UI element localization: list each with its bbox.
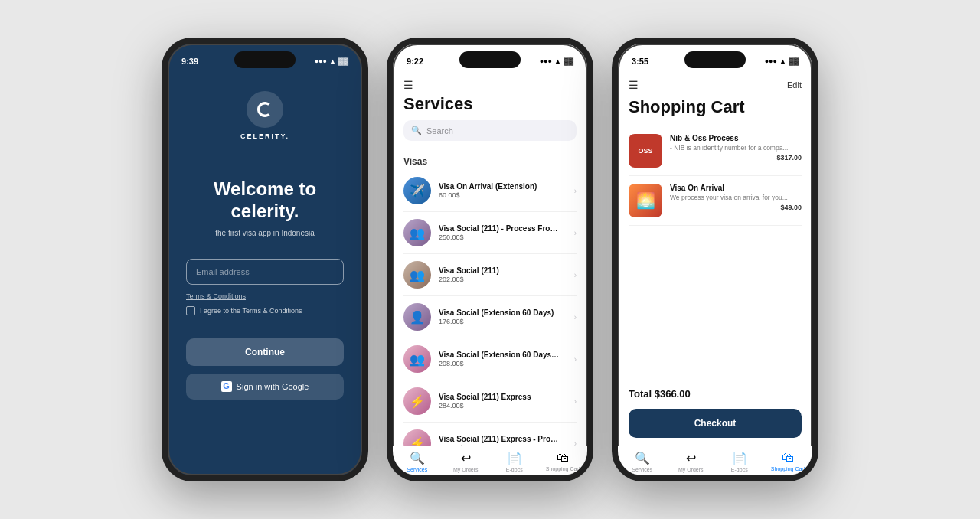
tab-services-3[interactable]: 🔍 Services	[618, 451, 667, 472]
tab-cart-3[interactable]: 🛍 Shopping Cart	[764, 451, 813, 472]
dynamic-island-3	[684, 51, 746, 68]
terms-checkbox[interactable]	[186, 306, 195, 315]
service-thumb-3: 👤	[403, 303, 431, 331]
cart-item-info-0: Nib & Oss Process - NIB is an identity n…	[670, 134, 802, 162]
cart-item-nib[interactable]: OSS Nib & Oss Process - NIB is an identi…	[629, 126, 802, 176]
chevron-right-icon: ›	[574, 397, 577, 406]
service-info-6: Visa Social (211) Express - Process ... …	[439, 435, 574, 446]
signal-icon-2: ●●●	[540, 57, 552, 65]
signal-icon-3: ●●●	[765, 57, 777, 65]
wifi-icon-2: ▲	[554, 57, 561, 65]
service-name-2: Visa Social (211)	[439, 266, 561, 275]
list-item[interactable]: 👥 Visa Social (211) - Process From Ab...…	[403, 212, 577, 254]
services-tab-icon: 🔍	[410, 451, 425, 465]
list-item[interactable]: ⚡ Visa Social (211) Express 284.00$ ›	[403, 380, 577, 423]
tab-cart[interactable]: 🛍 Shopping Cart	[539, 451, 588, 472]
service-info-5: Visa Social (211) Express 284.00$	[439, 393, 574, 410]
tab-services[interactable]: 🔍 Services	[393, 451, 442, 472]
service-info-2: Visa Social (211) 202.00$	[439, 266, 574, 283]
service-name-0: Visa On Arrival (Extension)	[439, 182, 561, 191]
service-name-6: Visa Social (211) Express - Process ...	[439, 435, 561, 443]
login-content: CELERITY. Welcome to celerity. the first…	[168, 76, 362, 475]
search-icon: 🔍	[411, 126, 422, 135]
services-tab-label: Services	[407, 467, 427, 472]
continue-button[interactable]: Continue	[186, 338, 344, 366]
list-item[interactable]: 👥 Visa Social (211) 202.00$ ›	[403, 254, 577, 296]
service-info-4: Visa Social (Extension 60 Days) Ex... 20…	[439, 351, 574, 367]
services-list: Visas ✈️ Visa On Arrival (Extension) 60.…	[393, 150, 587, 446]
cart-item-desc-0: - NIB is an identity number for a compa.…	[670, 144, 802, 152]
cart-item-visa[interactable]: 🌅 Visa On Arrival We process your visa o…	[629, 176, 802, 226]
services-tab-label-3: Services	[632, 467, 652, 472]
battery-icon: ▓▓	[338, 57, 348, 65]
battery-icon-2: ▓▓	[564, 57, 573, 65]
wifi-icon-3: ▲	[779, 57, 786, 65]
cart-item-desc-1: We process your visa on arrival for you.…	[670, 194, 802, 202]
google-signin-button[interactable]: G Sign in with Google	[186, 374, 344, 400]
section-visas-label: Visas	[403, 150, 577, 170]
tab-bar-2: 🔍 Services ↩ My Orders 📄 E-docs 🛍 Shoppi…	[393, 446, 587, 475]
terms-link[interactable]: Terms & Conditions	[186, 292, 246, 300]
services-title: Services	[403, 94, 577, 114]
chevron-right-icon: ›	[574, 439, 577, 446]
cart-menu-icon[interactable]: ☰	[629, 79, 639, 91]
chevron-right-icon: ›	[574, 271, 577, 279]
search-placeholder: Search	[426, 126, 453, 135]
cart-tab-label: Shopping Cart	[546, 466, 580, 472]
tab-edocs-3[interactable]: 📄 E-docs	[715, 451, 764, 472]
cart-edit-button[interactable]: Edit	[787, 80, 802, 90]
google-icon: G	[221, 381, 232, 392]
cart-item-price-1: $49.00	[670, 204, 802, 211]
service-info-0: Visa On Arrival (Extension) 60.00$	[439, 182, 574, 199]
service-price-2: 202.00$	[439, 276, 574, 283]
service-thumb-2: 👥	[403, 261, 431, 289]
cart-tab-icon: 🛍	[557, 451, 569, 465]
list-item[interactable]: 👤 Visa Social (Extension 60 Days) 176.00…	[403, 296, 577, 338]
cart-item-info-1: Visa On Arrival We process your visa on …	[670, 184, 802, 211]
cart-item-name-1: Visa On Arrival	[670, 184, 802, 192]
list-item[interactable]: ⚡ Visa Social (211) Express - Process ..…	[403, 423, 577, 446]
tab-bar-3: 🔍 Services ↩ My Orders 📄 E-docs 🛍 Shoppi…	[618, 446, 812, 475]
status-icons-2: ●●● ▲ ▓▓	[540, 57, 573, 65]
service-price-4: 208.00$	[439, 360, 574, 367]
service-price-1: 250.00$	[439, 233, 574, 241]
logo-icon	[254, 99, 276, 120]
logo-text: CELERITY.	[240, 132, 289, 140]
cart-item-thumb-0: OSS	[629, 134, 662, 168]
list-item[interactable]: 👥 Visa Social (Extension 60 Days) Ex... …	[403, 338, 577, 380]
cart-total: Total $366.00	[618, 379, 812, 406]
cart-item-price-0: $317.00	[670, 154, 802, 162]
service-thumb-4: 👥	[403, 345, 431, 373]
service-price-5: 284.00$	[439, 402, 574, 410]
tab-my-orders[interactable]: ↩ My Orders	[442, 451, 491, 472]
service-name-1: Visa Social (211) - Process From Ab...	[439, 224, 561, 233]
services-tab-icon-3: 🔍	[635, 451, 650, 465]
status-icons-1: ●●● ▲ ▓▓	[315, 57, 348, 65]
service-thumb-0: ✈️	[403, 177, 431, 204]
service-thumb-6: ⚡	[403, 429, 431, 446]
email-field[interactable]	[186, 259, 344, 285]
edocs-tab-label-3: E-docs	[731, 467, 748, 472]
search-bar[interactable]: 🔍 Search	[403, 120, 577, 141]
checkbox-row: I agree to the Terms & Conditions	[186, 306, 302, 315]
service-thumb-1: 👥	[403, 219, 431, 246]
list-item[interactable]: ✈️ Visa On Arrival (Extension) 60.00$ ›	[403, 170, 577, 212]
service-info-1: Visa Social (211) - Process From Ab... 2…	[439, 224, 574, 241]
time-3: 3:55	[632, 57, 648, 66]
hamburger-menu-icon[interactable]: ☰	[403, 79, 577, 91]
battery-icon-3: ▓▓	[789, 57, 799, 65]
tab-edocs[interactable]: 📄 E-docs	[490, 451, 539, 472]
edocs-tab-icon-3: 📄	[732, 451, 747, 465]
phone-services: 9:22 ●●● ▲ ▓▓ ☰ Services 🔍 Search Visas …	[387, 38, 593, 481]
tab-orders-3[interactable]: ↩ My Orders	[667, 451, 716, 472]
dynamic-island	[234, 51, 296, 68]
orders-tab-label: My Orders	[453, 467, 479, 472]
phone-login: 9:39 ●●● ▲ ▓▓ CELERITY. Welcome to celer…	[162, 38, 368, 481]
chevron-right-icon: ›	[574, 229, 577, 237]
chevron-right-icon: ›	[574, 313, 577, 322]
checkout-button[interactable]: Checkout	[629, 409, 802, 438]
chevron-right-icon: ›	[574, 355, 577, 364]
checkbox-label: I agree to the Terms & Conditions	[200, 307, 302, 315]
orders-tab-icon-3: ↩	[686, 451, 696, 465]
logo-circle	[247, 91, 283, 128]
